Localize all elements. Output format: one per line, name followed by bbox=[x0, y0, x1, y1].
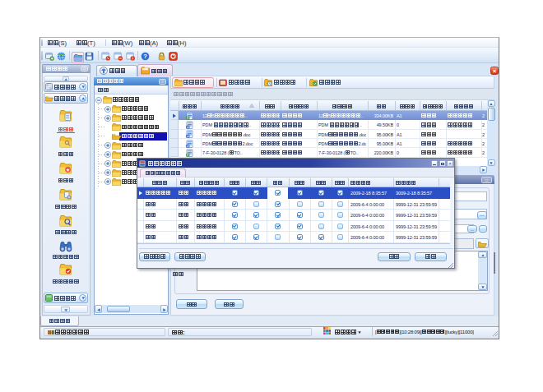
svg-text:?: ? bbox=[143, 53, 147, 60]
